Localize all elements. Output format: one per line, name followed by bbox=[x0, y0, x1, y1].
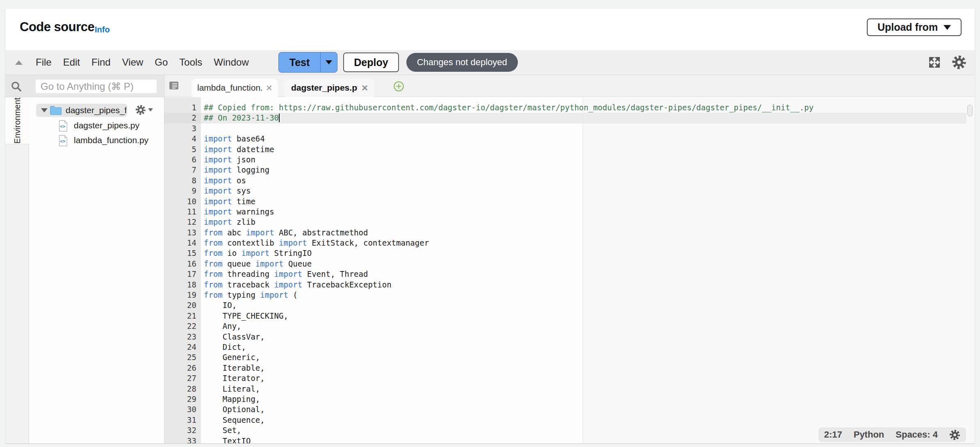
code-line-25[interactable]: Generic, bbox=[201, 352, 966, 363]
tree-settings-gear-icon[interactable] bbox=[135, 105, 153, 115]
line-number[interactable]: 33 bbox=[164, 436, 201, 444]
code-line-29[interactable]: Mapping, bbox=[201, 394, 966, 404]
code-line-14[interactable]: from contextlib import ExitStack, contex… bbox=[201, 238, 966, 248]
tab-dagster_pipes.py[interactable]: dagster_pipes.py× bbox=[285, 79, 374, 97]
code-content[interactable]: ## Copied from: https://raw.githubuserco… bbox=[201, 97, 966, 443]
line-number[interactable]: 4 bbox=[164, 134, 201, 144]
line-number[interactable]: 28 bbox=[164, 384, 201, 394]
code-line-20[interactable]: IO, bbox=[201, 300, 966, 310]
line-number[interactable]: 12 bbox=[164, 217, 201, 227]
tab-close-icon[interactable]: × bbox=[362, 84, 368, 92]
code-line-3[interactable] bbox=[201, 123, 966, 134]
code-line-8[interactable]: import os bbox=[201, 176, 966, 186]
code-line-23[interactable]: ClassVar, bbox=[201, 332, 966, 342]
code-line-4[interactable]: import base64 bbox=[201, 134, 966, 144]
line-number[interactable]: 5 bbox=[164, 144, 201, 155]
line-number[interactable]: 3 bbox=[164, 123, 201, 134]
code-line-12[interactable]: import zlib bbox=[201, 217, 966, 227]
line-number[interactable]: 18 bbox=[164, 280, 201, 290]
menu-item-find[interactable]: Find bbox=[91, 57, 111, 68]
tree-file-lambda_function.py[interactable]: <>lambda_function.py bbox=[29, 135, 164, 147]
code-line-2[interactable]: ## On 2023-11-30 bbox=[201, 113, 966, 123]
line-number[interactable]: 29 bbox=[164, 394, 201, 404]
test-button-label[interactable]: Test bbox=[279, 52, 321, 72]
tab-close-icon[interactable]: × bbox=[266, 84, 272, 92]
cursor-position[interactable]: 2:17 bbox=[824, 429, 842, 440]
environment-tab[interactable]: Environment bbox=[5, 97, 29, 144]
line-number[interactable]: 15 bbox=[164, 248, 201, 258]
deploy-button[interactable]: Deploy bbox=[343, 52, 399, 72]
code-line-1[interactable]: ## Copied from: https://raw.githubuserco… bbox=[201, 103, 966, 113]
upload-from-button[interactable]: Upload from bbox=[867, 18, 962, 36]
line-number[interactable]: 7 bbox=[164, 165, 201, 175]
info-link[interactable]: Info bbox=[95, 25, 110, 34]
code-line-17[interactable]: from threading import Event, Thread bbox=[201, 269, 966, 279]
code-line-27[interactable]: Iterator, bbox=[201, 373, 966, 383]
new-tab-icon[interactable] bbox=[393, 81, 404, 94]
tab-lambda_function[interactable]: lambda_function.× bbox=[191, 79, 278, 97]
goto-anything-input[interactable] bbox=[36, 80, 157, 93]
tree-file-dagster_pipes.py[interactable]: <>dagster_pipes.py bbox=[29, 120, 164, 132]
vertical-scrollbar-thumb[interactable] bbox=[967, 105, 973, 116]
line-number[interactable]: 30 bbox=[164, 404, 201, 415]
menu-item-view[interactable]: View bbox=[122, 57, 144, 68]
code-line-26[interactable]: Iterable, bbox=[201, 363, 966, 373]
test-button[interactable]: Test bbox=[278, 52, 338, 73]
line-number-gutter[interactable]: 1234567891011121314151617181920212223242… bbox=[164, 97, 201, 443]
line-number[interactable]: 31 bbox=[164, 415, 201, 425]
code-line-10[interactable]: import time bbox=[201, 196, 966, 207]
code-line-21[interactable]: TYPE_CHECKING, bbox=[201, 311, 966, 321]
code-line-24[interactable]: Dict, bbox=[201, 342, 966, 352]
line-number[interactable]: 17 bbox=[164, 269, 201, 279]
line-number[interactable]: 26 bbox=[164, 363, 201, 373]
line-number[interactable]: 8 bbox=[164, 176, 201, 186]
menu-item-file[interactable]: File bbox=[36, 57, 52, 68]
line-number[interactable]: 6 bbox=[164, 155, 201, 165]
menu-item-go[interactable]: Go bbox=[155, 57, 168, 68]
line-number[interactable]: 22 bbox=[164, 321, 201, 331]
tree-folder-row[interactable]: dagster_pipes_funct bbox=[29, 104, 164, 117]
line-number[interactable]: 21 bbox=[164, 311, 201, 321]
code-line-22[interactable]: Any, bbox=[201, 321, 966, 331]
line-number[interactable]: 14 bbox=[164, 238, 201, 248]
code-line-28[interactable]: Literal, bbox=[201, 384, 966, 394]
line-number[interactable]: 23 bbox=[164, 332, 201, 342]
menu-item-edit[interactable]: Edit bbox=[63, 57, 80, 68]
line-number[interactable]: 10 bbox=[164, 196, 201, 207]
code-editor[interactable]: 1234567891011121314151617181920212223242… bbox=[164, 97, 975, 443]
menu-item-window[interactable]: Window bbox=[214, 57, 248, 68]
code-line-7[interactable]: import logging bbox=[201, 165, 966, 175]
tree-expander-icon[interactable] bbox=[41, 108, 48, 112]
settings-gear-icon[interactable] bbox=[952, 55, 966, 70]
code-line-16[interactable]: from queue import Queue bbox=[201, 259, 966, 269]
code-line-6[interactable]: import json bbox=[201, 155, 966, 165]
test-dropdown[interactable] bbox=[320, 52, 337, 72]
collapse-editor-icon[interactable] bbox=[15, 60, 23, 65]
code-line-5[interactable]: import datetime bbox=[201, 144, 966, 155]
language-mode[interactable]: Python bbox=[854, 429, 884, 440]
code-line-9[interactable]: import sys bbox=[201, 186, 966, 196]
line-number[interactable]: 11 bbox=[164, 207, 201, 217]
line-number[interactable]: 16 bbox=[164, 259, 201, 269]
code-line-30[interactable]: Optional, bbox=[201, 404, 966, 415]
code-line-15[interactable]: from io import StringIO bbox=[201, 248, 966, 258]
menu-item-tools[interactable]: Tools bbox=[179, 57, 202, 68]
line-number[interactable]: 25 bbox=[164, 352, 201, 363]
fullscreen-icon[interactable] bbox=[928, 56, 941, 69]
line-number[interactable]: 20 bbox=[164, 300, 201, 310]
tab-list-icon[interactable] bbox=[169, 81, 179, 91]
code-line-19[interactable]: from typing import ( bbox=[201, 290, 966, 300]
indent-setting[interactable]: Spaces: 4 bbox=[896, 429, 938, 440]
code-line-18[interactable]: from traceback import TracebackException bbox=[201, 280, 966, 290]
code-line-11[interactable]: import warnings bbox=[201, 207, 966, 217]
editor-prefs-gear-icon[interactable] bbox=[949, 429, 960, 440]
line-number[interactable]: 13 bbox=[164, 228, 201, 238]
line-number[interactable]: 9 bbox=[164, 186, 201, 196]
line-number[interactable]: 1 bbox=[164, 103, 201, 113]
line-number[interactable]: 32 bbox=[164, 425, 201, 436]
line-number[interactable]: 27 bbox=[164, 373, 201, 383]
line-number[interactable]: 24 bbox=[164, 342, 201, 352]
line-number[interactable]: 2 bbox=[164, 113, 201, 123]
code-line-31[interactable]: Sequence, bbox=[201, 415, 966, 425]
line-number[interactable]: 19 bbox=[164, 290, 201, 300]
